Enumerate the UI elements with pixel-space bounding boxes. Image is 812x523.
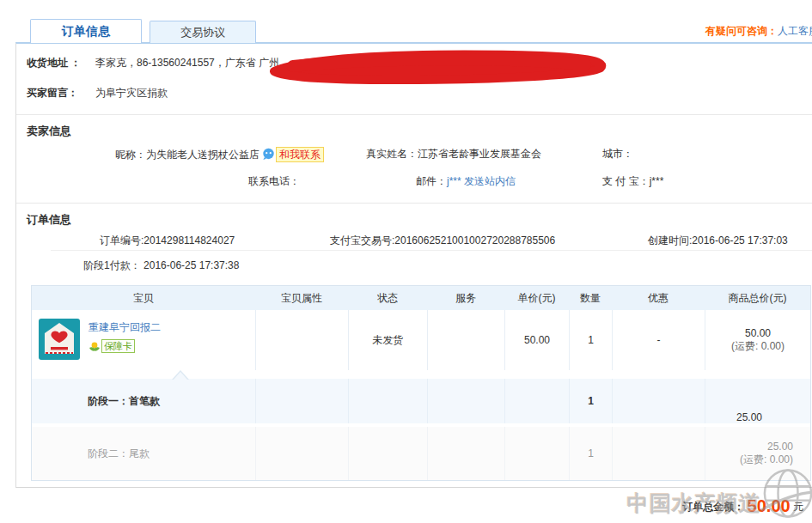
realname-label: 真实姓名： [366,148,418,160]
order-total-amount: 50.00 [748,496,791,515]
stage1-qty-cell: 1 [569,379,612,423]
callout-arrow [174,372,187,380]
seller-realname: 真实姓名：江苏省老龄事业发展基金会 [366,147,541,161]
product-name-link[interactable]: 重建阜宁回报二 [89,320,161,335]
stage2-empty-cell [504,427,569,480]
order-total-label: 订单总金额： [682,501,744,513]
stage2-qty-cell: 1 [569,427,612,480]
trade-number-label: 支付宝交易号: [330,234,394,246]
col-header-status: 状态 [348,286,427,310]
help-hint: 有疑问可咨询：人工客服 [705,24,812,39]
stage1-empty-cell [427,379,504,423]
table-header-row: 宝贝 宝贝属性 状态 服务 单价(元) 数量 优惠 商品总价(元) [32,286,810,310]
product-total-cell: 50.00 (运费: 0.00) [705,310,810,370]
product-service-cell [427,310,504,370]
stage2-empty-cell [612,427,705,480]
email-label: 邮件： [416,175,447,187]
col-header-item: 宝贝 [32,286,255,310]
seller-email: 邮件：j*** 发送站内信 [416,174,516,189]
buyer-note-value: 为阜宁灾区捐款 [95,86,168,100]
product-row: 重建阜宁回报二 保障卡 未发货 50.00 1 - [32,310,810,370]
alipay-masked: j*** [650,175,664,187]
stage2-total-cell: 25.00 (运费: 0.00) [705,427,810,480]
product-status-cell: 未发货 [348,310,427,370]
customer-service-link[interactable]: 人工客服 [778,25,812,37]
order-number: 订单编号:2014298114824027 [100,234,235,248]
stage1-empty-cell [255,379,348,423]
order-number-value: 2014298114824027 [143,234,235,246]
alipay-label: 支 付 宝： [602,175,650,187]
seller-info-heading: 卖家信息 [27,124,71,139]
product-attributes-cell [255,310,348,370]
shipping-address-label: 收货地址 ： [27,56,81,70]
order-info-heading: 订单信息 [27,212,71,228]
stage1-payment-time: 阶段1付款： 2016-06-25 17:37:38 [83,258,239,273]
product-price-cell: 50.00 [504,310,569,370]
stage2-empty-cell [427,427,504,480]
col-header-total: 商品总价(元) [705,286,810,310]
created-value: 2016-06-25 17:37:03 [692,234,787,246]
product-thumbnail[interactable] [39,319,80,360]
order-detail-page: 订单信息 交易协议 有疑问可咨询：人工客服 收货地址 ： 李家克，86-1356… [0,0,812,523]
stage1-label-cell: 阶段一：首笔款 [32,379,255,423]
realname-value: 江苏省老龄事业发展基金会 [418,148,541,160]
help-prefix-text: 有疑问可咨询： [705,25,778,37]
guarantee-card-icon [89,340,101,352]
order-number-label: 订单编号: [100,234,143,246]
order-total-unit: 元 [793,501,803,513]
stage1-empty-cell [348,379,427,423]
col-header-quantity: 数量 [569,286,612,310]
stage1-empty-cell [612,379,705,423]
wangwang-icon[interactable] [262,148,275,161]
stage2-total-amount: 25.00 [767,441,793,453]
stage1-row: 阶段一：首笔款 1 25.00 [32,379,810,423]
row-gap [32,370,810,379]
guarantee-card-label: 保障卡 [101,339,135,353]
nickname-value: 为失能老人送拐杖公益店 [146,149,259,161]
shipping-address-value: 李家克，86-13560241557，广东省 广州 [95,56,279,70]
created-label: 创建时间: [648,234,692,246]
trade-number-value: 2016062521001002720288785506 [394,234,555,246]
product-qty-cell: 1 [569,310,612,370]
stage1-empty-cell [504,379,569,423]
stage2-row: 阶段二：尾款 1 25.00 (运费: 0.00) [32,427,810,480]
seller-city: 城市： [602,147,633,161]
stage1-total-cell: 25.00 [705,379,810,423]
stage2-empty-cell [348,427,427,480]
guarantee-card-badge[interactable]: 保障卡 [89,339,135,353]
stage1-payment-value: 2016-06-25 17:37:38 [143,259,239,271]
product-text-block: 重建阜宁回报二 保障卡 [89,319,161,355]
nickname-label: 昵称： [115,149,146,161]
col-header-unit-price: 单价(元) [504,286,569,310]
phone-label: 联系电话： [248,175,300,187]
tab-order-info[interactable]: 订单信息 [30,19,142,43]
redaction-scribble [259,49,620,87]
col-header-service: 服务 [427,286,504,310]
col-header-discount: 优惠 [612,286,705,310]
product-shipping-fee: (运费: 0.00) [731,339,785,354]
order-divider [51,250,812,251]
send-message-link[interactable]: 发送站内信 [464,175,516,187]
stage1-payment-label: 阶段1付款： [83,259,141,271]
stage2-shipping-fee: (运费: 0.00) [740,453,793,467]
product-discount-cell: - [612,310,705,370]
order-total: 订单总金额： 50.00 元 [682,496,803,516]
col-header-attributes: 宝贝属性 [255,286,348,310]
section-divider [16,203,812,204]
section-divider [16,114,812,115]
order-items-table: 宝贝 宝贝属性 状态 服务 单价(元) 数量 优惠 商品总价(元) [31,285,811,481]
buyer-note-label: 买家留言： [27,86,78,100]
created-time: 创建时间:2016-06-25 17:37:03 [648,234,788,248]
seller-nickname: 昵称：为失能老人送拐杖公益店和我联系 [115,147,324,162]
email-masked: j*** [447,175,461,187]
stage2-label-cell: 阶段二：尾款 [32,427,255,480]
tab-trade-agreement[interactable]: 交易协议 [150,21,256,43]
seller-phone: 联系电话： [248,174,300,189]
seller-alipay: 支 付 宝：j*** [602,174,663,189]
content-panel: 收货地址 ： 李家克，86-13560241557，广东省 广州 买家留言： 为… [15,42,812,488]
contact-me-badge[interactable]: 和我联系 [276,147,324,162]
tab-bar: 订单信息 交易协议 [30,19,256,43]
stage2-empty-cell [255,427,348,480]
product-cell: 重建阜宁回报二 保障卡 [32,310,255,370]
product-total-amount: 50.00 [745,327,771,339]
